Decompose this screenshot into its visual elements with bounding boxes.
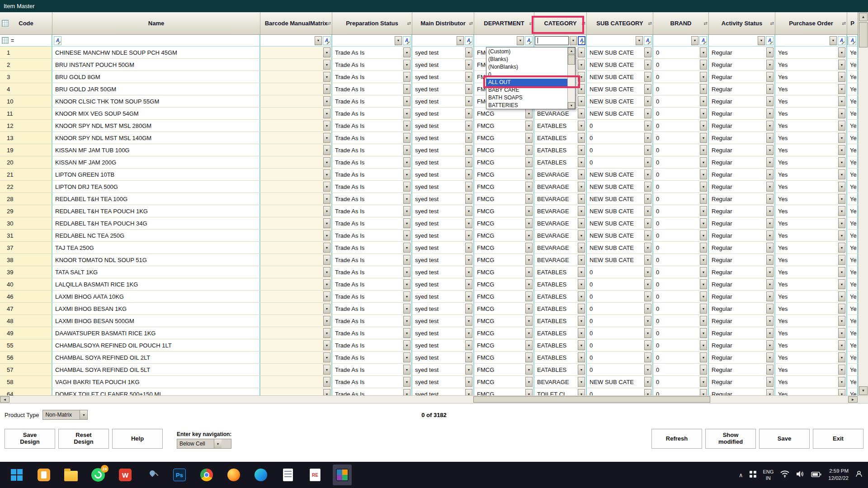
dropdown-arrow-icon[interactable]: ▼ bbox=[323, 60, 330, 70]
dropdown-arrow-icon[interactable]: ▼ bbox=[838, 389, 845, 395]
dropdown-arrow-icon[interactable]: ▼ bbox=[525, 255, 533, 265]
dropdown-arrow-icon[interactable]: ▼ bbox=[403, 157, 410, 167]
code-cell[interactable]: 19 bbox=[0, 144, 52, 156]
refresh-button[interactable]: Refresh bbox=[651, 429, 702, 449]
dropdown-arrow-icon[interactable]: ▼ bbox=[323, 304, 330, 314]
brand-cell[interactable]: 0▼ bbox=[653, 144, 709, 156]
department-cell[interactable]: FMCG▼ bbox=[474, 327, 534, 339]
sub-category-cell[interactable]: 0▼ bbox=[587, 327, 653, 339]
brand-cell[interactable]: 0▼ bbox=[653, 339, 709, 351]
dropdown-arrow-icon[interactable]: ▼ bbox=[766, 328, 774, 338]
activity-status-cell[interactable]: Regular▼ bbox=[709, 193, 775, 205]
dropdown-arrow-icon[interactable]: ▼ bbox=[465, 60, 472, 70]
dropdown-arrow-icon[interactable]: ▼ bbox=[766, 133, 774, 143]
dropdown-arrow-icon[interactable]: ▼ bbox=[700, 96, 707, 106]
dropdown-arrow-icon[interactable]: ▼ bbox=[525, 206, 533, 216]
dropdown-arrow-icon[interactable]: ▼ bbox=[525, 304, 533, 314]
dropdown-arrow-icon[interactable]: ▼ bbox=[578, 230, 585, 240]
sub-category-cell[interactable]: 0▼ bbox=[587, 388, 653, 395]
brand-cell[interactable]: 0▼ bbox=[653, 364, 709, 375]
brand-cell[interactable]: 0▼ bbox=[653, 327, 709, 339]
p-cell[interactable]: Ye bbox=[847, 144, 858, 156]
dropdown-arrow-icon[interactable]: ▼ bbox=[766, 145, 774, 155]
preparation-status-cell[interactable]: Trade As Is▼ bbox=[332, 352, 412, 363]
code-cell[interactable]: 20 bbox=[0, 156, 52, 168]
p-cell[interactable]: Ye bbox=[847, 205, 858, 217]
dropdown-arrow-icon[interactable]: ▼ bbox=[578, 255, 585, 265]
code-cell[interactable]: 46 bbox=[0, 291, 52, 302]
dropdown-scroll-up-icon[interactable]: ▲ bbox=[568, 47, 575, 54]
dropdown-arrow-icon[interactable]: ▼ bbox=[700, 279, 707, 289]
category-cell[interactable]: BEVARAGE▼ bbox=[534, 205, 587, 217]
sub-category-cell[interactable]: 0▼ bbox=[587, 291, 653, 302]
dropdown-arrow-icon[interactable]: ▼ bbox=[700, 84, 707, 94]
barcode-cell[interactable]: ▼ bbox=[260, 242, 332, 253]
barcode-cell[interactable]: ▼ bbox=[260, 376, 332, 388]
dropdown-arrow-icon[interactable]: ▼ bbox=[323, 340, 330, 350]
dropdown-arrow-icon[interactable]: ▼ bbox=[525, 365, 533, 375]
taskbar-notepad-plus-icon[interactable] bbox=[34, 465, 53, 485]
category-cell[interactable]: BEVARAGE▼ bbox=[534, 254, 587, 266]
name-cell[interactable]: CHAMBAL SOYA REFINED OIL 2LT bbox=[52, 352, 260, 363]
dropdown-arrow-icon[interactable]: ▼ bbox=[323, 352, 330, 362]
dropdown-arrow-icon[interactable]: ▼ bbox=[403, 47, 410, 57]
p-cell[interactable]: Ye bbox=[847, 291, 858, 302]
sub-category-cell[interactable]: NEW SUB CATE▼ bbox=[587, 71, 653, 83]
brand-cell[interactable]: 0▼ bbox=[653, 47, 709, 58]
dropdown-arrow-icon[interactable]: ▼ bbox=[323, 218, 330, 228]
dropdown-arrow-icon[interactable]: ▼ bbox=[766, 47, 774, 57]
dropdown-arrow-icon[interactable]: ▼ bbox=[578, 340, 585, 350]
barcode-cell[interactable]: ▼ bbox=[260, 303, 332, 314]
dropdown-arrow-icon[interactable]: ▼ bbox=[465, 121, 472, 131]
dropdown-arrow-icon[interactable]: ▼ bbox=[525, 316, 533, 326]
main-distributor-cell[interactable]: syed test▼ bbox=[412, 59, 474, 70]
category-cell[interactable]: EATABLES▼ bbox=[534, 352, 587, 363]
dropdown-arrow-icon[interactable]: ▼ bbox=[465, 352, 472, 362]
category-cell[interactable]: EATABLES▼ bbox=[534, 303, 587, 314]
barcode-cell[interactable]: ▼ bbox=[260, 193, 332, 205]
name-cell[interactable]: KNOOR SPY NDL MST MSL 140GM bbox=[52, 132, 260, 144]
preparation-status-cell[interactable]: Trade As Is▼ bbox=[332, 95, 412, 107]
dropdown-arrow-icon[interactable]: ▼ bbox=[403, 60, 410, 70]
dropdown-arrow-icon[interactable]: ▼ bbox=[644, 279, 651, 289]
column-header-barcode-manualmatrix[interactable]: Barcode ManualMatrix⇄ bbox=[260, 12, 332, 34]
dropdown-arrow-icon[interactable]: ▼ bbox=[525, 108, 533, 118]
dropdown-arrow-icon[interactable]: ▼ bbox=[465, 145, 472, 155]
activity-status-cell[interactable]: Regular▼ bbox=[709, 242, 775, 253]
dropdown-arrow-icon[interactable]: ▼ bbox=[766, 96, 774, 106]
dropdown-arrow-icon[interactable]: ▼ bbox=[644, 389, 651, 395]
dropdown-arrow-icon[interactable]: ▼ bbox=[403, 389, 410, 395]
dropdown-arrow-icon[interactable]: ▼ bbox=[838, 72, 845, 82]
category-cell[interactable]: EATABLES▼ bbox=[534, 120, 587, 131]
dropdown-arrow-icon[interactable]: ▼ bbox=[403, 133, 410, 143]
dropdown-arrow-icon[interactable]: ▼ bbox=[323, 47, 330, 57]
dropdown-arrow-icon[interactable]: ▼ bbox=[578, 365, 585, 375]
category-cell[interactable]: BEVARAGE▼ bbox=[534, 230, 587, 241]
dropdown-arrow-icon[interactable]: ▼ bbox=[403, 340, 410, 350]
dropdown-arrow-icon[interactable]: ▼ bbox=[578, 243, 585, 253]
dropdown-arrow-icon[interactable]: ▼ bbox=[838, 108, 845, 118]
brand-cell[interactable]: 0▼ bbox=[653, 181, 709, 192]
dropdown-arrow-icon[interactable]: ▼ bbox=[465, 194, 472, 204]
activity-status-cell[interactable]: Regular▼ bbox=[709, 169, 775, 180]
show-modified-button[interactable]: Show modified bbox=[705, 429, 756, 449]
sub-category-cell[interactable]: 0▼ bbox=[587, 156, 653, 168]
brand-cell[interactable]: 0▼ bbox=[653, 266, 709, 278]
p-cell[interactable]: Ye bbox=[847, 388, 858, 395]
sub-category-cell[interactable]: NEW SUB CATE▼ bbox=[587, 181, 653, 192]
dropdown-arrow-icon[interactable]: ▼ bbox=[403, 255, 410, 265]
department-cell[interactable]: FMCG▼ bbox=[474, 156, 534, 168]
activity-status-cell[interactable]: Regular▼ bbox=[709, 217, 775, 229]
dropdown-arrow-icon[interactable]: ▼ bbox=[700, 291, 707, 301]
code-cell[interactable]: 28 bbox=[0, 193, 52, 205]
main-distributor-cell[interactable]: syed test▼ bbox=[412, 352, 474, 363]
dropdown-arrow-icon[interactable]: ▼ bbox=[465, 108, 472, 118]
sub-category-cell[interactable]: 0▼ bbox=[587, 303, 653, 314]
dropdown-arrow-icon[interactable]: ▼ bbox=[700, 121, 707, 131]
filter-edit-icon[interactable]: A bbox=[323, 36, 330, 45]
name-cell[interactable]: LIPTON GREEN 10TB bbox=[52, 169, 260, 180]
brand-cell[interactable]: 0▼ bbox=[653, 303, 709, 314]
sub-category-cell[interactable]: 0▼ bbox=[587, 266, 653, 278]
taskbar-firefox-icon[interactable] bbox=[224, 465, 243, 485]
dropdown-arrow-icon[interactable]: ▼ bbox=[838, 60, 845, 70]
